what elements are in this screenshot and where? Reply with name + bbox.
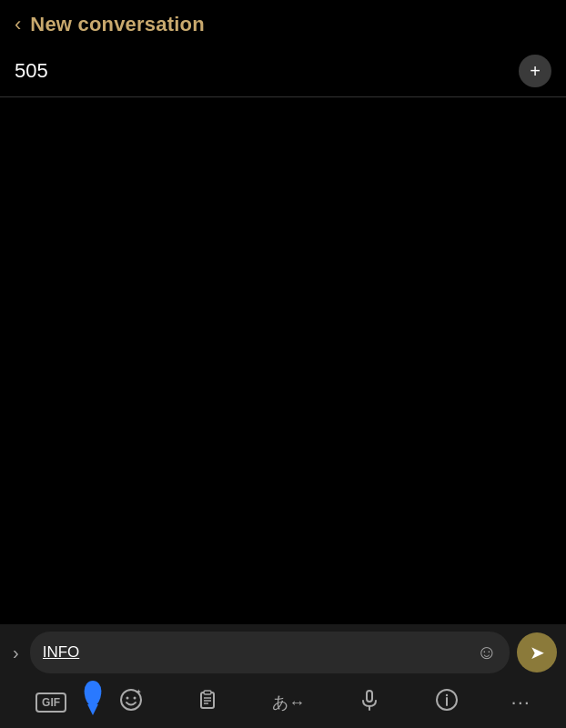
- message-input-wrapper: ☺: [30, 632, 510, 673]
- gif-button[interactable]: GIF: [35, 693, 66, 713]
- svg-rect-9: [367, 691, 372, 702]
- sticker-button[interactable]: ✦: [119, 688, 143, 717]
- input-row: › ☺ ➤: [0, 624, 566, 681]
- recipient-input[interactable]: [15, 59, 519, 83]
- microphone-icon: [358, 688, 381, 717]
- translate-icon: あ↔: [272, 692, 305, 713]
- page-title: New conversation: [30, 13, 204, 36]
- emoji-button[interactable]: ☺: [477, 641, 497, 664]
- more-button[interactable]: ···: [511, 691, 531, 714]
- bottom-container: › ☺ ➤ GIF ✦: [0, 624, 566, 728]
- clipboard-icon: [196, 688, 219, 717]
- message-area: [0, 97, 566, 525]
- microphone-button[interactable]: [358, 688, 381, 717]
- header: ‹ New conversation: [0, 0, 566, 46]
- translate-button[interactable]: あ↔: [272, 692, 305, 713]
- clipboard-button[interactable]: [196, 688, 219, 717]
- to-field-row: +: [0, 46, 566, 97]
- svg-point-13: [445, 694, 447, 696]
- more-icon: ···: [511, 691, 531, 714]
- expand-button[interactable]: ›: [9, 639, 23, 667]
- send-icon: ➤: [530, 642, 545, 663]
- gif-label: GIF: [35, 693, 66, 713]
- svg-point-1: [126, 697, 129, 700]
- info-button[interactable]: [435, 688, 459, 717]
- svg-rect-5: [204, 691, 211, 694]
- back-button[interactable]: ‹: [15, 15, 21, 35]
- message-input[interactable]: [43, 643, 470, 662]
- info-icon: [435, 688, 459, 717]
- svg-point-2: [134, 697, 136, 700]
- sticker-icon: ✦: [119, 688, 143, 717]
- add-recipient-button[interactable]: +: [519, 55, 551, 87]
- svg-text:✦: ✦: [136, 688, 142, 696]
- send-button[interactable]: ➤: [517, 632, 557, 672]
